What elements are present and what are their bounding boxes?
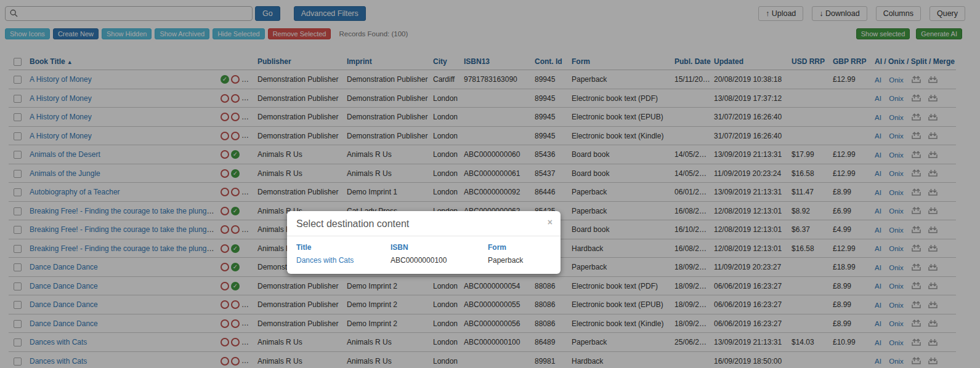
modal-title-column: Title Dances with Cats [296, 243, 391, 265]
books-page: Go Advanced Filters ↑ Upload ↓ Download … [0, 0, 980, 368]
modal-backdrop[interactable] [0, 0, 980, 368]
modal-body: Title Dances with Cats ISBN ABC000000010… [287, 236, 561, 274]
modal-header-isbn: ISBN [391, 243, 488, 252]
modal-header: Select destination content × [287, 211, 561, 236]
modal-header-title: Title [296, 243, 391, 252]
modal-book-title-link[interactable]: Dances with Cats [296, 256, 391, 265]
modal-isbn-column: ISBN ABC0000000100 [391, 243, 488, 265]
modal-form-value: Paperback [488, 256, 551, 265]
modal-header-form: Form [488, 243, 551, 252]
modal-form-column: Form Paperback [488, 243, 551, 265]
select-destination-modal: Select destination content × Title Dance… [287, 211, 561, 274]
close-icon[interactable]: × [548, 218, 553, 226]
modal-isbn-value: ABC0000000100 [391, 256, 488, 265]
modal-title: Select destination content [296, 218, 409, 229]
